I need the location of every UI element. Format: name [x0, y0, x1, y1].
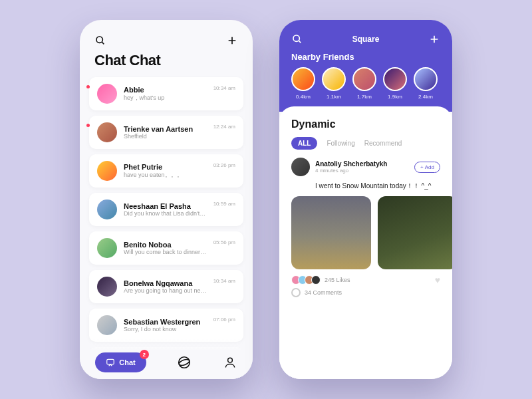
- chat-preview: Will you come back to dinner tonight?: [124, 249, 207, 255]
- avatar: [97, 277, 117, 297]
- chat-item[interactable]: Phet Putriehave you eaten。。。03:26 pm: [89, 154, 243, 188]
- chat-name: Neeshaan El Pasha: [124, 202, 207, 210]
- chat-item[interactable]: Trienke van AartsenSheffield12:24 am: [89, 116, 243, 149]
- chat-header: Chat Chat: [80, 20, 253, 73]
- avatar: [414, 67, 438, 91]
- bottom-nav: Chat 2: [80, 339, 253, 379]
- chat-preview: Did you know that Lisa didn't come to wo…: [124, 210, 207, 217]
- add-friend-button[interactable]: + Add: [414, 162, 440, 173]
- square-header: Square Nearby Friends 0.4km1.1km1.7km1.9…: [279, 20, 452, 112]
- avatar: [97, 161, 117, 181]
- avatar: [322, 67, 346, 91]
- chat-item[interactable]: Abbiehey，what's up10:34 am: [89, 77, 243, 110]
- chat-name: Phet Putrie: [124, 163, 207, 171]
- chat-time: 12:24 am: [213, 124, 235, 130]
- post: Anatoliy Shcherbatykh 4 minutes ago + Ad…: [291, 158, 440, 297]
- post-image[interactable]: [291, 196, 371, 269]
- avatar: [97, 315, 117, 335]
- friend-distance: 1.7km: [357, 94, 372, 100]
- avatar: [352, 67, 376, 91]
- chat-time: 10:34 am: [213, 278, 235, 284]
- comment-icon: [291, 288, 301, 297]
- nav-chat-tab[interactable]: Chat 2: [95, 352, 146, 372]
- tab-all[interactable]: ALL: [291, 137, 317, 150]
- chat-name: Benito Noboa: [124, 241, 207, 249]
- tab-recommend[interactable]: Recommend: [364, 140, 402, 147]
- friend-distance: 0.4km: [296, 94, 311, 100]
- nav-chat-badge: 2: [140, 350, 149, 359]
- unread-dot-icon: [86, 124, 90, 127]
- post-images: [291, 196, 440, 269]
- chat-time: 03:26 pm: [213, 162, 235, 168]
- nearby-friends-label: Nearby Friends: [291, 52, 440, 62]
- chat-item[interactable]: Neeshaan El PashaDid you know that Lisa …: [89, 193, 243, 226]
- chat-time: 10:34 am: [213, 85, 235, 91]
- nav-profile-tab[interactable]: [223, 355, 237, 370]
- chat-name: Trienke van Aartsen: [124, 125, 207, 133]
- search-icon[interactable]: [291, 33, 303, 45]
- avatar: [97, 122, 117, 142]
- chat-name: Bonelwa Ngqawana: [124, 279, 207, 287]
- page-title: Chat Chat: [94, 52, 238, 69]
- chat-time: 10:59 am: [213, 201, 235, 207]
- nearby-friend[interactable]: 1.7km: [352, 67, 376, 100]
- avatar: [97, 238, 117, 258]
- add-icon[interactable]: [428, 33, 440, 45]
- chat-preview: Are you going to hang out next weekend?: [124, 287, 207, 294]
- chat-preview: Sorry, I do not know: [124, 326, 207, 332]
- chat-preview: Sheffield: [124, 133, 207, 140]
- comments-row[interactable]: 34 Comments: [291, 288, 440, 297]
- add-icon[interactable]: [226, 35, 238, 47]
- post-image[interactable]: [378, 196, 452, 269]
- svg-line-9: [299, 41, 301, 43]
- chat-name: Sebastian Westergren: [124, 318, 207, 326]
- friend-distance: 1.1km: [327, 94, 341, 100]
- post-author: Anatoliy Shcherbatykh: [315, 160, 387, 168]
- chat-name: Abbie: [124, 86, 207, 94]
- post-text: I went to Snow Mountain today！！ ^_^: [315, 182, 440, 191]
- post-meta: 4 minutes ago: [315, 168, 387, 174]
- add-label: Add: [425, 164, 434, 170]
- likes-count: 245 Likes: [325, 277, 350, 283]
- heart-icon[interactable]: ♥: [435, 275, 440, 285]
- friend-distance: 1.9km: [388, 94, 402, 100]
- chat-item[interactable]: Benito NoboaWill you come back to dinner…: [89, 231, 243, 265]
- plus-icon: +: [420, 164, 424, 170]
- chat-time: 05:56 pm: [213, 239, 235, 245]
- likes-row[interactable]: 245 Likes ♥: [291, 275, 440, 285]
- chat-preview: hey，what's up: [124, 94, 207, 102]
- chat-list: Abbiehey，what's up10:34 amTrienke van Aa…: [80, 73, 253, 379]
- nearby-friend[interactable]: 1.1km: [322, 67, 346, 100]
- nav-chat-label: Chat: [119, 358, 135, 366]
- dynamic-panel: Dynamic ALL Following Recommend Anatoliy…: [279, 106, 452, 379]
- phone-square: Square Nearby Friends 0.4km1.1km1.7km1.9…: [279, 20, 452, 379]
- svg-point-7: [227, 358, 232, 362]
- liker-avatars: [291, 275, 321, 285]
- svg-line-1: [102, 42, 104, 44]
- comments-count: 34 Comments: [305, 289, 342, 296]
- dynamic-tabs: ALL Following Recommend: [291, 137, 440, 150]
- nearby-friend[interactable]: 0.4km: [291, 67, 315, 100]
- unread-dot-icon: [86, 85, 90, 88]
- chat-time: 07:06 pm: [213, 317, 235, 323]
- avatar: [97, 200, 117, 219]
- nearby-friend[interactable]: 1.9km: [383, 67, 407, 100]
- svg-rect-4: [107, 359, 114, 364]
- chat-item[interactable]: Sebastian WestergrenSorry, I do not know…: [89, 309, 243, 342]
- avatar: [97, 84, 117, 104]
- nearby-friend[interactable]: 2.4km: [414, 67, 438, 100]
- avatar: [291, 67, 315, 91]
- svg-point-0: [96, 37, 102, 43]
- search-icon[interactable]: [94, 35, 106, 47]
- avatar[interactable]: [291, 158, 310, 176]
- nearby-friends-list: 0.4km1.1km1.7km1.9km2.4km: [291, 67, 440, 100]
- avatar: [383, 67, 407, 91]
- header-title: Square: [352, 35, 380, 44]
- nav-explore-tab[interactable]: [177, 355, 192, 370]
- chat-item[interactable]: Bonelwa NgqawanaAre you going to hang ou…: [89, 270, 243, 303]
- chat-preview: have you eaten。。。: [124, 171, 207, 180]
- tab-following[interactable]: Following: [327, 140, 354, 147]
- dynamic-title: Dynamic: [291, 118, 440, 130]
- phone-chat: Chat Chat Abbiehey，what's up10:34 amTrie…: [80, 20, 253, 379]
- svg-point-8: [293, 35, 299, 41]
